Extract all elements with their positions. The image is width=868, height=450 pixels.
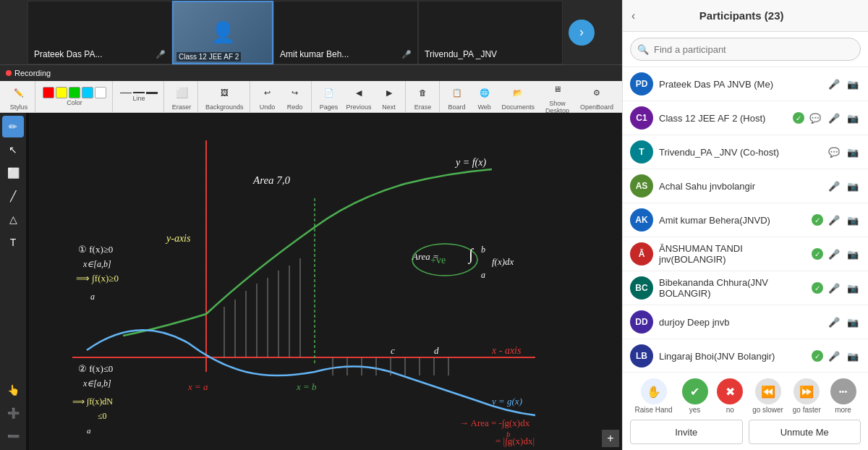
mic-off-icon[interactable]: 🎤 bbox=[826, 76, 842, 92]
video-off-icon[interactable]: 📷 bbox=[845, 280, 861, 296]
toolbar-item-backgrounds[interactable]: 🖼 Backgrounds bbox=[203, 81, 247, 112]
video-off-icon[interactable]: 📷 bbox=[845, 76, 861, 92]
openboard-button[interactable]: ⚙ bbox=[587, 82, 607, 103]
mic-off-icon[interactable]: 🎤 bbox=[826, 280, 842, 296]
reaction-yes[interactable]: ✔ yes bbox=[682, 378, 708, 414]
toolbar-item-show-desktop[interactable]: 🖥 Show Desktop bbox=[539, 77, 576, 116]
svg-text:y-axis: y-axis bbox=[165, 233, 191, 244]
toolbar-item-openboard[interactable]: ⚙ OpenBoard bbox=[577, 81, 616, 112]
mic-off-icon[interactable]: 🎤 bbox=[826, 348, 842, 364]
redo-button[interactable]: ↪ bbox=[285, 82, 305, 103]
yes-button[interactable]: ✔ bbox=[682, 378, 708, 404]
video-off-icon[interactable]: 📷 bbox=[845, 178, 861, 194]
toolbar-item-eraser[interactable]: ⬜ Eraser bbox=[169, 81, 195, 112]
toolbar-item-pages[interactable]: 📄 Pages bbox=[316, 81, 342, 112]
toolbar-item-undo[interactable]: ↩ Undo bbox=[255, 81, 281, 112]
mic-off-icon[interactable]: 🎤 bbox=[826, 246, 842, 262]
erase-button[interactable]: 🗑 bbox=[413, 82, 433, 103]
left-tool-shapes[interactable]: △ bbox=[2, 208, 24, 230]
participant-tile-trivendu[interactable]: Trivendu_PA _JNV bbox=[418, 1, 563, 64]
undo-button[interactable]: ↩ bbox=[258, 82, 278, 103]
chat-icon[interactable]: 💬 bbox=[807, 110, 823, 126]
whiteboard[interactable]: ✏ ↖ ⬜ ╱ △ T 👆 ➕ ➖ bbox=[0, 113, 622, 450]
toolbar-item-web[interactable]: 🌐 Web bbox=[472, 81, 498, 112]
toolbar-item-stylus[interactable]: ✏️ Stylus bbox=[6, 81, 32, 112]
participant-tile-amit[interactable]: Amit kumar Beh... 🎤 bbox=[273, 1, 418, 64]
reaction-no[interactable]: ✖ no bbox=[717, 378, 743, 414]
mic-icon[interactable]: 🎤 bbox=[826, 110, 842, 126]
reaction-more[interactable]: ••• more bbox=[830, 378, 856, 414]
reaction-slower[interactable]: ⏪ go slower bbox=[752, 378, 783, 414]
left-tool-pencil[interactable]: ✏ bbox=[2, 116, 24, 137]
left-tool-zoom-out[interactable]: ➖ bbox=[2, 425, 24, 447]
left-tool-text[interactable]: T bbox=[2, 232, 24, 253]
reaction-raise-hand[interactable]: ✋ Raise Hand bbox=[634, 378, 672, 414]
participant-actions: ✓ 🎤 📷 bbox=[812, 246, 861, 262]
pages-button[interactable]: 📄 bbox=[319, 82, 339, 103]
toolbar-item-documents[interactable]: 📂 Documents bbox=[499, 81, 538, 112]
go-faster-button[interactable]: ⏩ bbox=[793, 378, 820, 404]
color-yellow[interactable] bbox=[56, 87, 67, 98]
go-slower-button[interactable]: ⏪ bbox=[755, 378, 781, 404]
eraser-label: Eraser bbox=[172, 103, 192, 111]
left-tool-line[interactable]: ╱ bbox=[2, 185, 24, 207]
participant-actions: 🎤 📷 bbox=[826, 178, 861, 194]
previous-button[interactable]: ◀ bbox=[349, 82, 369, 103]
mic-off-icon[interactable]: 🎤 bbox=[826, 178, 842, 194]
unmute-button[interactable]: Unmute Me bbox=[749, 420, 861, 444]
line-thin[interactable] bbox=[120, 93, 132, 93]
search-wrapper: 🔍 bbox=[630, 38, 861, 61]
video-tile-class12[interactable]: 👤 Class 12 JEE AF 2 bbox=[172, 1, 273, 64]
participant-name: Prateek Das PA JNVB (Me) bbox=[659, 79, 820, 90]
avatar: Ā bbox=[630, 242, 653, 266]
left-tool-select[interactable]: ↖ bbox=[2, 139, 24, 161]
line-thick[interactable] bbox=[146, 92, 158, 94]
video-off-icon[interactable]: 📷 bbox=[845, 144, 861, 160]
board-button[interactable]: 📋 bbox=[447, 82, 467, 103]
participant-tile-prateek[interactable]: Prateek Das PA... 🎤 bbox=[27, 1, 172, 64]
invite-button[interactable]: Invite bbox=[630, 420, 743, 444]
toolbar-item-line[interactable]: Line bbox=[117, 90, 161, 103]
next-button[interactable]: ▶ bbox=[379, 82, 399, 103]
stylus-button[interactable]: ✏️ bbox=[9, 82, 29, 103]
video-off-icon[interactable]: 📷 bbox=[845, 314, 861, 330]
color-red[interactable] bbox=[43, 87, 54, 98]
eraser-button[interactable]: ⬜ bbox=[171, 82, 192, 103]
color-cyan[interactable] bbox=[82, 87, 93, 98]
mic-off-icon[interactable]: 🎤 bbox=[826, 314, 842, 330]
toolbar-item-next[interactable]: ▶ Next bbox=[376, 81, 402, 112]
toolbar-item-erase[interactable]: 🗑 Erase bbox=[410, 81, 436, 112]
web-button[interactable]: 🌐 bbox=[475, 82, 495, 103]
left-tool-pointer[interactable]: 👆 bbox=[2, 379, 24, 401]
video-off-icon[interactable]: 📷 bbox=[845, 212, 861, 228]
show-desktop-button[interactable]: 🖥 bbox=[548, 79, 568, 99]
video-off-icon[interactable]: 📷 bbox=[845, 348, 861, 364]
video-off-icon[interactable]: 📷 bbox=[845, 246, 861, 262]
panel-chevron-icon[interactable]: ‹ bbox=[631, 9, 635, 22]
left-tool-zoom-in[interactable]: ➕ bbox=[2, 402, 24, 424]
color-white[interactable] bbox=[95, 87, 106, 98]
navigate-next-button[interactable]: › bbox=[569, 20, 595, 46]
chat-icon[interactable]: 💬 bbox=[826, 144, 842, 160]
color-green[interactable] bbox=[69, 87, 80, 98]
backgrounds-button[interactable]: 🖼 bbox=[214, 82, 234, 103]
documents-button[interactable]: 📂 bbox=[508, 82, 528, 103]
toolbar-item-redo[interactable]: ↪ Redo bbox=[282, 81, 308, 112]
no-button[interactable]: ✖ bbox=[717, 378, 743, 404]
toolbar-item-color[interactable]: Color bbox=[40, 85, 109, 108]
expand-button[interactable]: + bbox=[602, 430, 619, 447]
reaction-faster[interactable]: ⏩ go faster bbox=[793, 378, 821, 414]
video-icon[interactable]: 📷 bbox=[845, 110, 861, 126]
more-button[interactable]: ••• bbox=[830, 378, 856, 404]
show-desktop-label: Show Desktop bbox=[542, 100, 573, 114]
search-input[interactable] bbox=[630, 38, 861, 61]
reaction-bar: ✋ Raise Hand ✔ yes ✖ no ⏪ go slower ⏩ go… bbox=[630, 378, 861, 414]
toolbar-item-board[interactable]: 📋 Board bbox=[444, 81, 470, 112]
color-label: Color bbox=[67, 99, 82, 106]
toolbar-item-previous[interactable]: ◀ Previous bbox=[344, 81, 375, 112]
line-medium[interactable] bbox=[133, 92, 145, 93]
mic-off-icon[interactable]: 🎤 bbox=[826, 212, 842, 228]
svg-text:b: b bbox=[481, 245, 485, 255]
raise-hand-button[interactable]: ✋ bbox=[641, 378, 667, 404]
left-tool-eraser2[interactable]: ⬜ bbox=[2, 162, 24, 184]
